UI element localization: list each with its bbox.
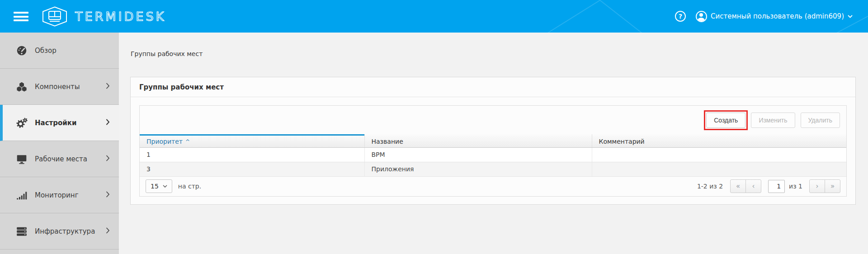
sidebar-item-label: Обзор xyxy=(35,47,57,55)
cell-comment xyxy=(592,162,846,176)
cell-comment xyxy=(592,147,846,162)
first-page-button[interactable]: « xyxy=(730,179,746,193)
delete-button[interactable]: Удалить xyxy=(801,113,840,128)
of-pages-label: из 1 xyxy=(789,183,802,190)
chevron-down-icon xyxy=(163,185,167,188)
range-label: 1-2 из 2 xyxy=(697,183,723,190)
page-size-value: 15 xyxy=(151,183,159,190)
chevron-right-icon xyxy=(106,227,110,235)
cubes-icon xyxy=(15,81,28,93)
cell-priority: 1 xyxy=(140,147,364,162)
hamburger-icon xyxy=(14,16,28,18)
sidebar-item-label: Инфраструктура xyxy=(35,227,95,235)
table-row[interactable]: 1 ВРМ xyxy=(140,147,846,162)
sort-asc-icon: ^ xyxy=(185,139,190,145)
user-name-label: Системный пользователь (admin609) xyxy=(711,12,844,20)
card-title: Группы рабочих мест xyxy=(139,83,224,91)
table-toolbar: Создать Изменить Удалить xyxy=(140,106,846,134)
table-panel: Создать Изменить Удалить Приоритет^ Назв… xyxy=(139,105,847,197)
gears-icon xyxy=(15,117,28,129)
next-page-button[interactable]: › xyxy=(809,179,825,193)
user-menu[interactable]: Системный пользователь (admin609) xyxy=(696,11,853,22)
page-number-input[interactable] xyxy=(768,180,785,193)
server-stack-icon xyxy=(15,226,28,237)
help-button[interactable]: ? xyxy=(675,11,686,22)
sidebar-item-infrastructure[interactable]: Инфраструктура xyxy=(0,213,119,249)
breadcrumb: Группы рабочих мест xyxy=(131,50,203,57)
hexagon-logo-icon xyxy=(42,6,68,27)
topbar: TERMIDESK ? Системный пользователь (admi… xyxy=(0,0,868,33)
sidebar-item-label: Компоненты xyxy=(35,83,80,91)
groups-table: Приоритет^ Название Комментарий 1 ВРМ xyxy=(140,134,846,177)
desktop-icon xyxy=(15,153,28,165)
sidebar-item-overview[interactable]: Обзор xyxy=(0,33,119,69)
column-header-comment[interactable]: Комментарий xyxy=(592,134,846,147)
sidebar-item-settings[interactable]: Настройки xyxy=(0,105,119,141)
user-avatar-icon xyxy=(696,11,707,22)
prev-page-button[interactable]: ‹ xyxy=(745,179,761,193)
sidebar-nav: Обзор Компоненты Настройки xyxy=(0,33,119,254)
topbar-decor-line xyxy=(594,0,687,33)
cell-priority: 3 xyxy=(140,162,364,176)
chevron-right-icon xyxy=(106,155,110,163)
chevron-right-icon xyxy=(106,191,110,199)
menu-toggle-button[interactable] xyxy=(14,12,28,21)
create-button[interactable]: Создать xyxy=(706,113,745,128)
per-page-label: на стр. xyxy=(178,183,201,190)
chevron-right-icon xyxy=(106,82,110,91)
hamburger-icon xyxy=(14,19,28,21)
chevron-down-icon xyxy=(848,15,853,18)
hamburger-icon xyxy=(14,12,28,14)
question-icon: ? xyxy=(679,13,682,20)
column-header-name[interactable]: Название xyxy=(364,134,592,147)
dashboard-icon xyxy=(15,45,28,56)
table-footer: 15 на стр. 1-2 из 2 « ‹ из 1 › » xyxy=(140,177,846,197)
last-page-button[interactable]: » xyxy=(825,179,840,193)
sidebar-item-label: Рабочие места xyxy=(35,155,87,163)
brand-logo[interactable]: TERMIDESK xyxy=(42,6,166,27)
sidebar-item-workplaces[interactable]: Рабочие места xyxy=(0,141,119,177)
signal-bars-icon xyxy=(15,189,28,201)
workplace-groups-card: Группы рабочих мест Создать Изменить Уда… xyxy=(130,77,856,205)
column-header-priority[interactable]: Приоритет^ xyxy=(140,134,364,147)
cell-name: ВРМ xyxy=(364,147,592,162)
sidebar-item-monitoring[interactable]: Мониторинг xyxy=(0,177,119,213)
topbar-decor-line xyxy=(500,0,600,33)
sidebar-item-label: Мониторинг xyxy=(35,191,79,199)
chevron-right-icon xyxy=(106,118,110,127)
sidebar-item-label: Настройки xyxy=(35,119,77,127)
sidebar-item-components[interactable]: Компоненты xyxy=(0,69,119,105)
edit-button[interactable]: Изменить xyxy=(751,113,795,128)
cell-name: Приложения xyxy=(364,162,592,176)
table-row[interactable]: 3 Приложения xyxy=(140,162,846,176)
brand-name: TERMIDESK xyxy=(75,7,166,27)
page-size-select[interactable]: 15 xyxy=(146,179,172,193)
